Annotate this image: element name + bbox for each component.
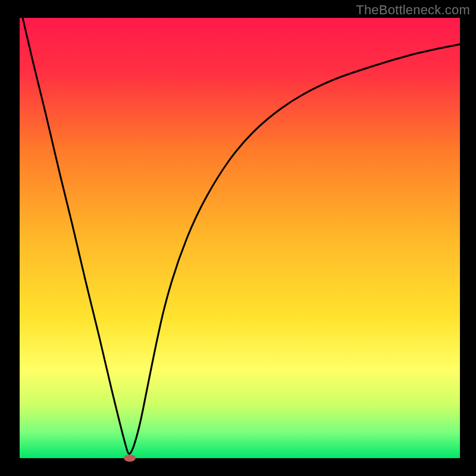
chart-frame: TheBottleneck.com bbox=[0, 0, 476, 476]
bottleneck-chart bbox=[0, 0, 476, 476]
watermark-text: TheBottleneck.com bbox=[356, 2, 470, 18]
plot-background bbox=[20, 18, 460, 458]
optimal-point-marker bbox=[124, 455, 136, 462]
